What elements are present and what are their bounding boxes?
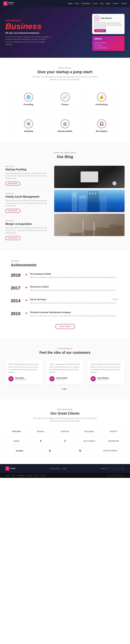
testimonials-title: Feel the vibe of our customers xyxy=(6,350,124,355)
footer-nav-finance[interactable]: Finance xyxy=(27,474,32,476)
footer-nav-subsidiaries[interactable]: Subsidiaries xyxy=(17,474,25,476)
nav-blog[interactable]: Blog xyxy=(100,2,104,4)
client-a: A xyxy=(36,447,64,454)
ach-badge-2014: Finance xyxy=(112,298,119,300)
social-label: Follow us: xyxy=(100,468,107,469)
testimonial-3-text: "Value™ really gets all of our best work… xyxy=(90,363,122,374)
clients-row-1: PERFUME Brilliant CAPITAL BLUE RIDE HATC… xyxy=(6,428,124,435)
footer-nav-home[interactable]: Home xyxy=(6,474,9,476)
post-2-date: OUR BLOG xyxy=(6,193,49,194)
social-googleplus[interactable]: g+ xyxy=(121,467,124,470)
footer-nav-contact[interactable]: Contact xyxy=(41,474,46,476)
footer-privacy-link[interactable]: Privacy Policy xyxy=(50,468,60,469)
achievement-2014: 2014 Top 20 Tax Payer Finance With value… xyxy=(11,298,119,307)
footer-nav-career[interactable]: Career xyxy=(34,474,39,476)
areas-title: AREAS xyxy=(94,38,122,40)
consulting-label: Consulting xyxy=(24,104,33,106)
social-instagram[interactable]: in xyxy=(117,467,120,470)
nav-about[interactable]: About xyxy=(75,2,79,4)
author-2-role: Vice-President xyxy=(56,379,68,380)
client-blueride-label: BLUE RIDE xyxy=(85,431,94,432)
author-1-name: Roy Steffen xyxy=(15,377,27,379)
post-2-readmore[interactable]: READ MORE xyxy=(6,209,20,213)
testimonial-2-text: "Value™ really gets all of our best work… xyxy=(50,363,80,374)
logo-icon: FinAG xyxy=(3,1,8,6)
svg-rect-13 xyxy=(100,196,107,212)
ach-dot-2010 xyxy=(26,312,27,314)
carousel-dot-1[interactable] xyxy=(62,388,63,390)
footer-legal-link[interactable]: Legal xyxy=(62,468,66,469)
main-nav: Home About Subsidiaries Career Blog Page… xyxy=(68,2,127,4)
blog-img-staircase xyxy=(54,214,124,236)
svg-rect-16 xyxy=(82,219,84,236)
area-item-2: Investment Planning xyxy=(94,46,122,49)
footer-nav-about[interactable]: About xyxy=(11,474,15,476)
post-3-readmore[interactable]: READ MORE xyxy=(6,236,20,240)
ach-content-2014: Top 20 Tax Payer Finance With value, we … xyxy=(30,298,119,304)
blog-inner: OUR BLOG Startup Funding "Value really g… xyxy=(6,166,124,241)
svg-rect-0 xyxy=(72,192,77,212)
clients-label: OUR PARTNERS xyxy=(6,409,124,410)
areas-list: Financial Planning VC Funding Investment… xyxy=(94,42,122,49)
business-model-icon: 🏢 xyxy=(61,120,70,128)
post-3-title: Merger & Acquistion xyxy=(6,222,49,226)
client-exclusive-label: EXLUSIVE.COM xyxy=(108,440,118,442)
hero-business: Business xyxy=(6,22,87,30)
nav-finance[interactable]: Finance xyxy=(113,2,119,4)
logo-text: FinAG xyxy=(8,2,14,4)
client-digitalconnect: DIGITAL CONNECT xyxy=(96,447,124,454)
achievements-readmore-button[interactable]: READ MORE xyxy=(55,324,75,329)
service-item-fundraising: 💰 Fund Raising xyxy=(85,88,118,110)
achievement-2018: 2018 The Company of 2018 With value, we … xyxy=(11,273,119,282)
post-1-readmore[interactable]: READ MORE xyxy=(6,182,20,186)
clients-desc: With value, we don't make you start from… xyxy=(31,417,99,422)
ach-dot-2014 xyxy=(26,300,27,301)
blog-post-3: OUR BLOG Merger & Acquistion "Value real… xyxy=(6,220,49,241)
client-a-label: A xyxy=(49,449,51,452)
blog-post-1: OUR BLOG Startup Funding "Value really g… xyxy=(6,166,49,189)
author-1-role: Marketing Manager xyxy=(15,379,27,380)
client-capital-label: CAPITAL xyxy=(60,430,69,432)
logo[interactable]: FinAG FinAG Finance xyxy=(3,1,14,6)
post-2-title: Family Asset Management xyxy=(6,195,49,198)
service-item-consulting: 🌐 Consulting xyxy=(12,88,45,110)
carousel-dot-2[interactable] xyxy=(64,388,66,390)
footer-logo-text: FinAG xyxy=(10,468,16,470)
nav-contact[interactable]: Contact xyxy=(121,2,127,4)
nav-pages[interactable]: Pages xyxy=(106,2,110,4)
social-twitter[interactable]: t xyxy=(113,467,116,470)
keep-moving-button[interactable]: Keep moving xyxy=(94,29,106,32)
year-2010: 2010 xyxy=(11,311,23,316)
support-label: 24/7 Support xyxy=(96,130,108,132)
startup-label: WITH VALUE xyxy=(6,67,124,69)
achievement-2017: 2017 The Service of 2017 With value, we … xyxy=(11,286,119,294)
nav-home[interactable]: Home xyxy=(68,2,72,4)
hero-subtitle: We plan your financial investments xyxy=(6,32,87,34)
social-facebook[interactable]: f xyxy=(108,467,112,470)
client-brooklyn-label: brooklyn xyxy=(16,450,23,452)
nav-subsidiaries[interactable]: Subsidiaries xyxy=(82,2,90,4)
ach-content-2017: The Service of 2017 With value, we don't… xyxy=(30,286,119,292)
service-item-business-model: 🏢 Business Model xyxy=(49,114,81,137)
carousel-dot-3[interactable] xyxy=(67,388,68,390)
ach-award-2018: The Company of 2018 xyxy=(30,273,119,275)
hero-left: GROWING Business We plan your financial … xyxy=(6,19,87,46)
author-3-name: Adam Wisberg xyxy=(97,377,109,379)
nav-career[interactable]: Career xyxy=(93,2,98,4)
author-3-role: Managing Officer xyxy=(97,379,109,380)
svg-rect-8 xyxy=(84,196,85,198)
business-model-label: Business Model xyxy=(58,130,72,132)
areas-card: AREAS Financial Planning VC Funding Inve… xyxy=(92,36,124,51)
client-brooklyn: brooklyn xyxy=(6,447,34,454)
blog-img-building xyxy=(54,190,124,212)
carousel-dots xyxy=(6,388,124,390)
blog-post-2: OUR BLOG Family Asset Management "Value … xyxy=(6,193,49,216)
blog-images xyxy=(54,166,124,236)
footer-logo-icon: FinAG xyxy=(6,466,10,470)
ach-desc-2014: With value, we don't make you start from… xyxy=(30,302,119,304)
post-1-title: Startup Funding xyxy=(6,168,49,171)
footer-logo[interactable]: FinAG FinAG xyxy=(6,466,16,470)
client-brilliant-label: Brilliant xyxy=(37,430,44,432)
author-2-name: Robert Goldini xyxy=(56,377,68,379)
author-3-avatar: AW xyxy=(90,376,96,381)
